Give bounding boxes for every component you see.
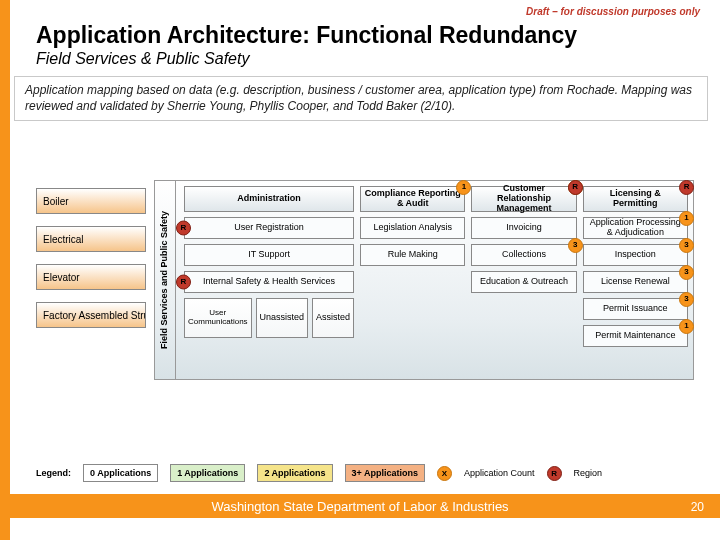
- function-columns: Administration R User Registration IT Su…: [178, 180, 694, 380]
- category-boiler: Boiler: [36, 188, 146, 214]
- header-administration: Administration: [184, 186, 354, 212]
- region-badge: R: [176, 275, 191, 290]
- category-elevator: Elevator: [36, 264, 146, 290]
- cell-user-communications: User Communications: [184, 298, 252, 338]
- cell-permit-maintenance: Permit Maintenance 1: [583, 325, 688, 347]
- legend-3plus-apps: 3+ Applications: [345, 464, 425, 482]
- col-licensing: Licensing & Permitting R Application Pro…: [583, 186, 688, 374]
- cell-collections: Collections 3: [471, 244, 576, 266]
- count-badge: 1: [679, 211, 694, 226]
- header-crm: Customer Relationship Management 6 R: [471, 186, 576, 212]
- header-licensing: Licensing & Permitting R: [583, 186, 688, 212]
- cell-label: Collections: [502, 250, 546, 260]
- count-badge: 3: [679, 265, 694, 280]
- count-badge: 3: [679, 292, 694, 307]
- slide: Draft – for discussion purposes only App…: [0, 0, 720, 540]
- description-box: Application mapping based on data (e.g. …: [14, 76, 708, 121]
- cell-app-processing: Application Processing & Adjudication 1: [583, 217, 688, 239]
- col-administration: Administration R User Registration IT Su…: [184, 186, 354, 374]
- legend-count-label: Application Count: [464, 468, 535, 478]
- cell-rule-making: Rule Making: [360, 244, 465, 266]
- cell-label: Customer Relationship Management: [475, 184, 572, 214]
- category-factory-assembled-structure: Factory Assembled Structure: [36, 302, 146, 328]
- cell-label: Compliance Reporting & Audit: [364, 189, 461, 209]
- cell-label: Application Processing & Adjudication: [587, 218, 684, 238]
- legend-region-icon: R: [547, 466, 562, 481]
- page-subtitle: Field Services & Public Safety: [36, 50, 249, 68]
- cell-label: Permit Maintenance: [595, 331, 675, 341]
- header-compliance: Compliance Reporting & Audit 1: [360, 186, 465, 212]
- region-badge: R: [176, 221, 191, 236]
- legend-label: Legend:: [36, 468, 71, 478]
- legend: Legend: 0 Applications 1 Applications 2 …: [36, 464, 602, 482]
- region-badge: R: [679, 180, 694, 195]
- cell-unassisted: Unassisted: [256, 298, 309, 338]
- cell-label: License Renewal: [601, 277, 670, 287]
- count-badge: 1: [679, 319, 694, 334]
- cell-label: Internal Safety & Health Services: [203, 277, 335, 287]
- cell-label: Inspection: [615, 250, 656, 260]
- accent-sidebar: [0, 0, 10, 540]
- legend-2-apps: 2 Applications: [257, 464, 332, 482]
- col-crm: Customer Relationship Management 6 R Inv…: [471, 186, 576, 374]
- region-badge: R: [568, 180, 583, 195]
- cell-license-renewal: License Renewal 3: [583, 271, 688, 293]
- count-badge: 3: [679, 238, 694, 253]
- cell-legislation-analysis: Legislation Analysis: [360, 217, 465, 239]
- cell-label: Licensing & Permitting: [587, 189, 684, 209]
- panel-vertical-label: Field Services and Public Safety: [154, 180, 176, 380]
- cell-inspection: Inspection 3: [583, 244, 688, 266]
- cell-user-registration: R User Registration: [184, 217, 354, 239]
- page-title: Application Architecture: Functional Red…: [36, 22, 577, 49]
- cell-invoicing: Invoicing: [471, 217, 576, 239]
- cell-permit-issuance: Permit Issuance 3: [583, 298, 688, 320]
- left-category-column: Boiler Electrical Elevator Factory Assem…: [36, 188, 146, 340]
- category-electrical: Electrical: [36, 226, 146, 252]
- cell-it-support: IT Support: [184, 244, 354, 266]
- footer-bar: Washington State Department of Labor & I…: [0, 494, 720, 518]
- col-compliance: Compliance Reporting & Audit 1 Legislati…: [360, 186, 465, 374]
- legend-1-apps: 1 Applications: [170, 464, 245, 482]
- cell-education-outreach: Education & Outreach: [471, 271, 576, 293]
- architecture-diagram: Boiler Electrical Elevator Factory Assem…: [36, 180, 696, 390]
- draft-notice: Draft – for discussion purposes only: [526, 6, 700, 17]
- legend-count-icon: X: [437, 466, 452, 481]
- legend-region-label: Region: [574, 468, 603, 478]
- cell-assisted: Assisted: [312, 298, 354, 338]
- count-badge: 1: [456, 180, 471, 195]
- panel-vertical-label-text: Field Services and Public Safety: [160, 211, 170, 349]
- cell-label: User Registration: [234, 223, 304, 233]
- page-number: 20: [691, 500, 704, 514]
- count-badge: 3: [568, 238, 583, 253]
- cell-internal-safety-health: R Internal Safety & Health Services: [184, 271, 354, 293]
- cell-label: Permit Issuance: [603, 304, 668, 314]
- legend-0-apps: 0 Applications: [83, 464, 158, 482]
